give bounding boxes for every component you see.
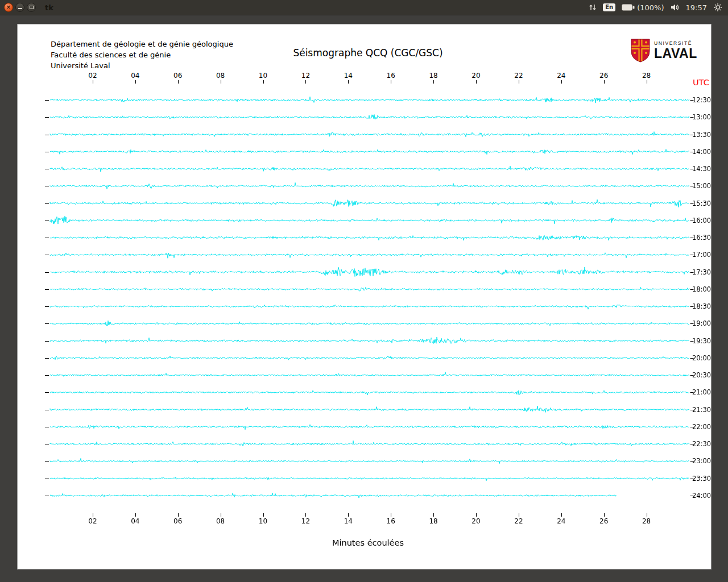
x-axis-tick-label: 14 [340, 517, 357, 525]
updown-arrows-icon[interactable] [589, 3, 597, 11]
window-controls: × [4, 3, 36, 12]
window-minimize-button[interactable] [15, 3, 24, 12]
x-axis-tick-label: 20 [468, 72, 485, 80]
x-axis-tick-label: 24 [553, 72, 570, 80]
laval-shield-icon [631, 39, 650, 63]
utc-time-label: 13:30 [692, 131, 711, 139]
utc-time-label: 21:30 [692, 406, 711, 414]
x-axis-tick-label: 26 [595, 72, 613, 80]
x-axis-tick-label: 10 [255, 72, 272, 80]
x-axis-tick-label: 08 [212, 72, 229, 80]
x-axis-tick-label: 12 [297, 517, 314, 525]
utc-time-label: 15:30 [692, 199, 711, 207]
battery-percent: (100%) [637, 3, 664, 12]
system-top-bar: × tk En (100%) 19:57 [0, 0, 728, 15]
clock[interactable]: 19:57 [686, 3, 707, 12]
utc-time-label: 15:00 [692, 182, 711, 190]
seismogram-canvas [43, 80, 694, 518]
keyboard-layout-indicator[interactable]: En [603, 3, 615, 11]
x-axis-tick-label: 08 [212, 517, 229, 525]
x-axis-tick-label: 06 [169, 72, 187, 80]
x-axis-tick-label: 22 [510, 72, 527, 80]
page-title: Séismographe QCQ (CGC/GSC) [43, 47, 693, 59]
x-axis-tick-label: 14 [340, 72, 357, 80]
app-window: Département de géologie et de génie géol… [17, 24, 712, 569]
laval-logo: UNIVERSITÉ LAVAL [631, 38, 697, 63]
utc-time-label: 18:30 [692, 302, 711, 310]
utc-axis-title: UTC [693, 78, 709, 87]
utc-time-label: 12:30 [692, 96, 711, 104]
logo-laval-label: LAVAL [654, 47, 697, 60]
utc-time-label: 24:00 [692, 492, 711, 500]
x-axis-tick-label: 02 [84, 72, 101, 80]
x-axis-tick-label: 28 [638, 72, 655, 80]
utc-time-label: 16:30 [692, 234, 711, 242]
utc-time-label: 19:30 [692, 337, 711, 345]
x-axis-tick-label: 20 [468, 517, 485, 525]
battery-indicator[interactable]: (100%) [622, 3, 664, 12]
battery-icon [622, 3, 635, 11]
utc-time-label: 17:00 [692, 251, 711, 259]
window-close-button[interactable]: × [4, 3, 13, 12]
x-axis-tick-label: 12 [297, 72, 314, 80]
utc-time-label: 19:00 [692, 319, 711, 327]
utc-time-label: 20:30 [692, 371, 711, 379]
utc-time-label: 21:00 [692, 388, 711, 396]
utc-time-label: 23:00 [692, 457, 711, 465]
x-axis-tick-label: 28 [638, 517, 655, 525]
window-maximize-button[interactable] [27, 3, 36, 12]
utc-time-label: 22:30 [692, 440, 711, 448]
utc-time-label: 16:00 [692, 217, 711, 225]
x-axis-tick-label: 06 [169, 517, 187, 525]
x-axis-top: 0204060810121416182022242628 [43, 72, 703, 80]
system-tray: En (100%) 19:57 [589, 3, 728, 12]
x-axis-tick-label: 18 [425, 517, 442, 525]
utc-time-label: 17:30 [692, 268, 711, 276]
x-axis-label: Minutes écoulées [43, 538, 693, 547]
volume-icon[interactable] [671, 3, 680, 11]
x-axis-tick-label: 04 [127, 72, 144, 80]
x-axis-tick-label: 16 [382, 517, 399, 525]
laval-logo-text: UNIVERSITÉ LAVAL [654, 41, 697, 60]
x-axis-tick-label: 26 [595, 517, 613, 525]
maximize-icon [30, 6, 34, 9]
session-gear-icon[interactable] [713, 3, 722, 12]
utc-time-label: 14:30 [692, 165, 711, 173]
window-title: tk [45, 3, 53, 12]
x-axis-tick-label: 22 [510, 517, 527, 525]
utc-time-label: 20:00 [692, 354, 711, 362]
x-axis-tick-label: 10 [255, 517, 272, 525]
utc-time-label: 14:00 [692, 148, 711, 156]
utc-time-label: 23:30 [692, 475, 711, 483]
x-axis-tick-label: 18 [425, 72, 442, 80]
utc-time-label: 13:00 [692, 113, 711, 121]
x-axis-bottom: 0204060810121416182022242628 [43, 517, 703, 525]
x-axis-tick-label: 16 [382, 72, 399, 80]
x-axis-tick-label: 24 [553, 517, 570, 525]
institution-line: Université Laval [51, 60, 233, 71]
minimize-icon [18, 8, 22, 9]
x-axis-tick-label: 02 [84, 517, 101, 525]
utc-time-label: 22:00 [692, 423, 711, 431]
utc-time-label: 18:00 [692, 285, 711, 293]
logo-universite-label: UNIVERSITÉ [654, 41, 697, 46]
x-axis-tick-label: 04 [127, 517, 144, 525]
